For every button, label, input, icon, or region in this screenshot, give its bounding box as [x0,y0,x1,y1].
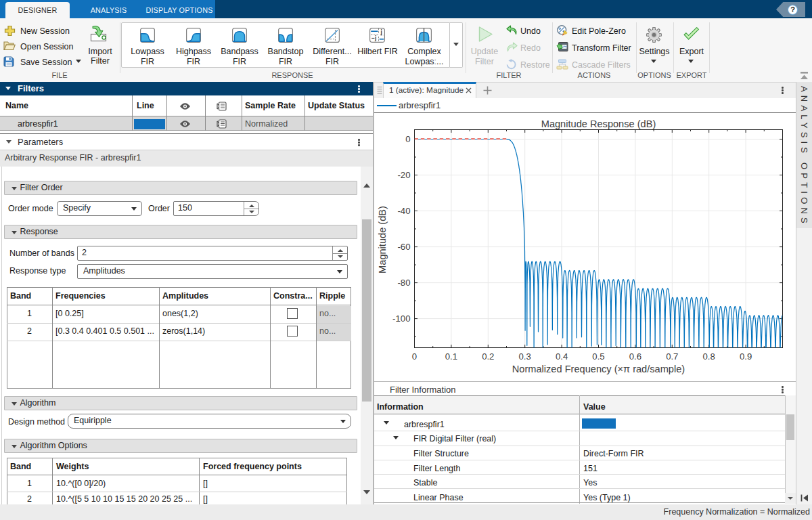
svg-text:0.5: 0.5 [592,351,604,362]
svg-text:0.6: 0.6 [629,351,641,362]
svg-text:0.9: 0.9 [740,351,752,362]
svg-text:0.7: 0.7 [666,351,678,362]
svg-text:0.3: 0.3 [519,351,531,362]
svg-text:Magnitude Response (dB): Magnitude Response (dB) [541,118,656,129]
svg-text:-40: -40 [397,206,410,216]
svg-text:-20: -20 [397,170,410,180]
svg-text:j: j [380,28,382,35]
svg-text:-60: -60 [397,242,410,252]
svg-text:-80: -80 [397,278,410,288]
svg-text:-100: -100 [392,313,410,324]
svg-text:0: 0 [412,351,417,362]
svg-text:0.2: 0.2 [482,351,494,362]
svg-text:0.8: 0.8 [703,351,715,362]
svg-text:Normalized Frequency (×π rad/s: Normalized Frequency (×π rad/sample) [512,364,685,374]
svg-text:0.4: 0.4 [556,351,568,362]
svg-text:−j: −j [371,35,376,41]
svg-text:0: 0 [405,134,410,144]
svg-text:Magnitude (dB): Magnitude (dB) [377,206,388,274]
svg-text:0.1: 0.1 [445,351,457,362]
